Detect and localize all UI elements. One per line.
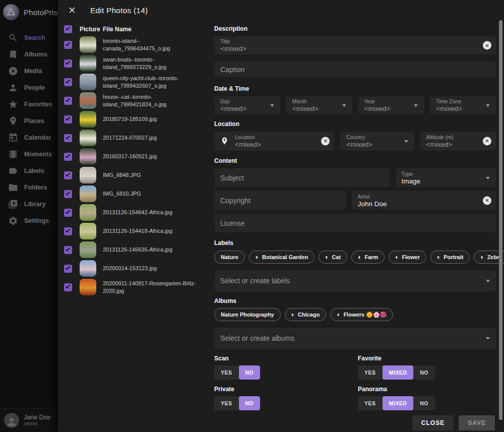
close-button[interactable]: CLOSE xyxy=(412,415,454,430)
toggle-option[interactable]: YES xyxy=(214,365,239,380)
label-chip[interactable]: ◐ Portrait xyxy=(430,251,470,264)
sidebar-item[interactable]: Favorites xyxy=(0,96,58,112)
photo-thumbnail[interactable] xyxy=(80,92,96,109)
toggle-option[interactable]: MIXED xyxy=(383,396,414,410)
sidebar-item[interactable]: Labels xyxy=(0,162,58,179)
scrollbar[interactable] xyxy=(499,20,502,420)
toggle-option[interactable]: YES xyxy=(214,396,239,410)
artist-field[interactable]: Artist John Doe ✕ xyxy=(352,191,496,210)
row-checkbox[interactable] xyxy=(64,227,72,235)
sidebar-item[interactable]: Library xyxy=(0,196,58,212)
datetime-select[interactable]: Day <mixed> xyxy=(214,96,280,114)
row-checkbox[interactable] xyxy=(64,283,72,291)
datetime-select[interactable]: Year <mixed> xyxy=(358,96,424,114)
photo-thumbnail[interactable] xyxy=(80,36,96,53)
row-checkbox[interactable] xyxy=(64,246,72,254)
label-chip[interactable]: ◐ Flower xyxy=(389,251,426,264)
sidebar-item[interactable]: Folders xyxy=(0,179,58,196)
table-row: 20171224-070027.jpg xyxy=(64,129,211,147)
clear-icon[interactable]: ✕ xyxy=(483,137,491,145)
album-chip[interactable]: ◐ Chicago xyxy=(285,308,327,321)
row-checkbox[interactable] xyxy=(64,190,72,198)
photo-thumbnail[interactable] xyxy=(80,186,96,202)
clear-icon[interactable]: ✕ xyxy=(321,137,330,145)
sidebar-item[interactable]: Moments xyxy=(0,146,58,162)
license-field[interactable]: License xyxy=(214,214,496,232)
toggle-option[interactable]: NO xyxy=(413,396,435,410)
toggle-option[interactable]: NO xyxy=(239,365,261,380)
label-chip[interactable]: ◐ Cat xyxy=(319,251,347,264)
datetime-row: Day <mixed> Month <mixed> Year <mixed> xyxy=(214,96,496,114)
album-chip[interactable]: ◐ Flowers 🌼🌸🌺 xyxy=(330,308,393,321)
row-checkbox[interactable] xyxy=(64,115,72,124)
caption-field[interactable]: Caption xyxy=(214,61,496,77)
sidebar-item[interactable]: Search xyxy=(0,29,58,46)
row-checkbox[interactable] xyxy=(64,59,72,68)
close-icon[interactable] xyxy=(67,6,77,16)
panorama-toggle: YESMIXEDNO xyxy=(358,396,435,410)
edit-photos-dialog: Edit Photos (14) Picture File Name toron… xyxy=(58,0,504,432)
clear-icon[interactable]: ✕ xyxy=(483,41,491,50)
toggle-option[interactable]: MIXED xyxy=(383,365,414,380)
sidebar-item[interactable]: Settings xyxy=(0,212,58,229)
file-name: 20200911-140917-Rosengarten-Britz-2020.j… xyxy=(103,280,204,295)
checkmark-icon xyxy=(66,41,70,46)
label-chip[interactable]: ◐ Botanical Garden xyxy=(249,251,314,264)
albums-select[interactable]: Select or create albums xyxy=(214,328,496,349)
country-select[interactable]: Country <mixed> xyxy=(340,132,414,150)
row-checkbox[interactable] xyxy=(64,41,72,49)
toggle-option[interactable]: YES xyxy=(358,396,383,410)
toggle-option[interactable]: NO xyxy=(413,365,435,380)
sidebar-item[interactable]: Places xyxy=(0,112,58,129)
photo-thumbnail[interactable] xyxy=(80,74,96,90)
select-all-checkbox[interactable] xyxy=(64,25,72,33)
sidebar-item[interactable]: Calendar xyxy=(0,129,58,146)
clear-icon[interactable]: ✕ xyxy=(483,196,491,205)
photoprism-logo-icon[interactable] xyxy=(3,4,19,20)
avatar[interactable] xyxy=(4,413,19,428)
sidebar-item[interactable]: Albums xyxy=(0,46,58,63)
row-checkbox[interactable] xyxy=(64,134,72,142)
row-checkbox[interactable] xyxy=(64,78,72,86)
label-chip[interactable]: Nature xyxy=(214,251,245,264)
photo-thumbnail[interactable] xyxy=(80,130,96,146)
checkmark-icon xyxy=(66,172,70,176)
toggle-option[interactable]: NO xyxy=(239,396,261,410)
row-checkbox[interactable] xyxy=(64,171,72,179)
subject-field[interactable]: Subject xyxy=(214,168,390,187)
row-checkbox[interactable] xyxy=(64,97,72,105)
user-panel[interactable]: Jane Doe admin xyxy=(0,408,58,432)
photo-thumbnail[interactable] xyxy=(80,241,96,258)
photo-thumbnail[interactable] xyxy=(80,260,96,277)
toggle-option[interactable]: YES xyxy=(358,365,383,380)
partial-indicator-icon: ◐ xyxy=(256,254,259,260)
photo-thumbnail[interactable] xyxy=(80,111,96,128)
save-button[interactable]: SAVE xyxy=(459,415,495,430)
sidebar-item-label: Library xyxy=(24,201,45,208)
row-checkbox[interactable] xyxy=(64,153,72,161)
labels-select[interactable]: Select or create labels xyxy=(214,270,496,291)
file-name: 20131126-145635-Africa.jpg xyxy=(103,246,204,254)
copyright-field[interactable]: Copyright xyxy=(214,191,346,210)
photo-thumbnail[interactable] xyxy=(80,55,96,72)
location-field[interactable]: Location <mixed> ✕ xyxy=(214,132,334,150)
label-chip[interactable]: ◐ Farm xyxy=(351,251,385,264)
sidebar-item[interactable]: People xyxy=(0,79,58,96)
photo-thumbnail[interactable] xyxy=(80,279,96,295)
altitude-field[interactable]: Altitude (m) <mixed> ✕ xyxy=(420,132,496,150)
album-chip[interactable]: Nature Photography xyxy=(214,308,281,321)
type-select[interactable]: Type Image xyxy=(396,168,496,187)
row-checkbox[interactable] xyxy=(64,209,72,217)
photo-thumbnail[interactable] xyxy=(80,167,96,183)
photo-thumbnail[interactable] xyxy=(80,223,96,239)
photo-thumbnail[interactable] xyxy=(80,148,96,165)
datetime-select[interactable]: Month <mixed> xyxy=(286,96,352,114)
datetime-select[interactable]: Time Zone <mixed> xyxy=(430,96,496,114)
sidebar-item[interactable]: Media xyxy=(0,63,58,79)
file-name: 20180719-185109.jpg xyxy=(103,115,204,123)
photo-thumbnail[interactable] xyxy=(80,204,96,221)
title-field[interactable]: Title <mixed> ✕ xyxy=(214,36,496,54)
row-checkbox[interactable] xyxy=(64,265,72,273)
sidebar-nav: Search Albums Media People xyxy=(0,29,58,229)
places-icon xyxy=(8,116,18,126)
